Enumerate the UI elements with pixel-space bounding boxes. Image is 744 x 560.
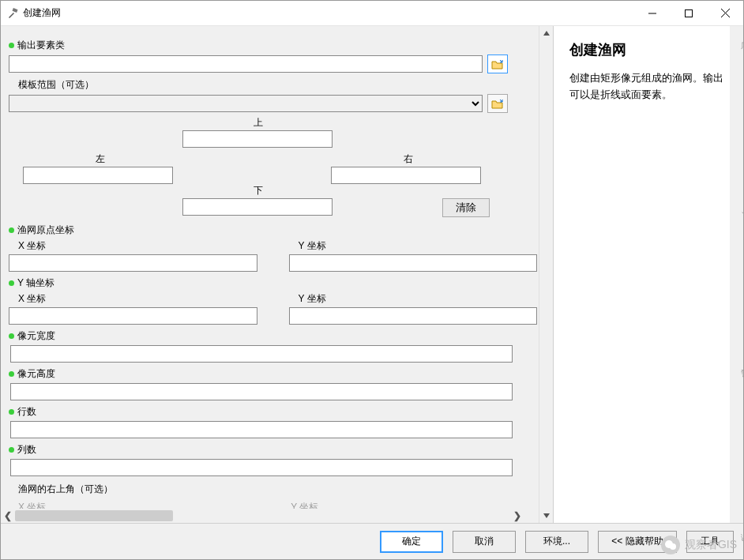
required-bullet-icon: [9, 371, 14, 377]
yaxis-y-input[interactable]: [289, 307, 538, 325]
opp-corner-label: 渔网的右上角（可选）: [18, 483, 537, 496]
output-fc-label: 输出要素类: [9, 39, 537, 52]
origin-y-label: Y 坐标: [299, 239, 538, 253]
template-extent-select[interactable]: [9, 95, 483, 112]
maximize-button[interactable]: [671, 1, 707, 25]
cancel-button[interactable]: 取消: [453, 531, 516, 553]
rows-label: 行数: [9, 405, 537, 419]
extent-left-label: 左: [96, 152, 105, 166]
ok-button[interactable]: 确定: [380, 531, 443, 553]
extent-bottom-input[interactable]: [182, 198, 333, 216]
scroll-up-icon[interactable]: [539, 26, 553, 40]
crop-edge: 库、警谢: [741, 40, 744, 543]
cols-label: 列数: [9, 443, 537, 457]
hide-help-button[interactable]: << 隐藏帮助: [598, 531, 677, 553]
window-title: 创建渔网: [23, 6, 634, 20]
cols-input[interactable]: [10, 459, 513, 476]
scroll-right-icon[interactable]: ❯: [510, 509, 524, 523]
clear-extent-button[interactable]: 清除: [442, 198, 490, 217]
extent-grid: 上 左 右 下 清除: [9, 116, 529, 219]
vertical-scrollbar[interactable]: [539, 26, 553, 523]
folder-open-icon: [491, 98, 504, 109]
extent-top-label: 上: [254, 116, 263, 130]
output-fc-input[interactable]: [9, 55, 483, 73]
hammer-icon: [7, 8, 18, 19]
required-bullet-icon: [9, 43, 14, 48]
button-bar: 确定 取消 环境... << 隐藏帮助 工具: [1, 523, 743, 559]
required-bullet-icon: [9, 227, 14, 233]
yaxis-x-label: X 坐标: [18, 292, 257, 306]
help-title: 创建渔网: [569, 40, 727, 59]
svg-rect-0: [12, 8, 17, 13]
template-extent-label: 模板范围（可选）: [18, 78, 537, 92]
extent-right-label: 右: [404, 152, 413, 166]
origin-label: 渔网原点坐标: [9, 224, 537, 237]
cell-height-input[interactable]: [10, 383, 513, 400]
extent-right-input[interactable]: [331, 167, 481, 184]
scroll-left-icon[interactable]: ❮: [1, 509, 15, 523]
extent-bottom-label: 下: [254, 184, 263, 197]
yaxis-y-label: Y 坐标: [299, 292, 538, 306]
cell-height-label: 像元高度: [9, 367, 537, 381]
environments-button[interactable]: 环境...: [525, 531, 588, 553]
scroll-thumb[interactable]: [15, 510, 173, 521]
help-text: 创建由矩形像元组成的渔网。输出可以是折线或面要素。: [569, 70, 727, 103]
titlebar: 创建渔网: [1, 1, 743, 26]
extent-left-input[interactable]: [23, 167, 173, 184]
cell-width-label: 像元宽度: [9, 329, 537, 343]
required-bullet-icon: [9, 280, 14, 286]
svg-rect-2: [686, 9, 693, 17]
help-pane: 创建渔网 创建由矩形像元组成的渔网。输出可以是折线或面要素。: [554, 26, 743, 523]
origin-x-input[interactable]: [9, 254, 257, 272]
required-bullet-icon: [9, 409, 14, 415]
form-pane: 输出要素类 模板范围（可选）: [1, 26, 554, 523]
window-controls: [634, 1, 743, 25]
dialog-window: 创建渔网 输出要素类: [0, 0, 744, 560]
yaxis-x-input[interactable]: [9, 307, 257, 325]
yaxis-label: Y 轴坐标: [9, 276, 537, 290]
origin-x-label: X 坐标: [18, 239, 257, 253]
origin-y-input[interactable]: [289, 254, 538, 272]
folder-open-icon: [491, 58, 504, 70]
required-bullet-icon: [9, 333, 14, 339]
tool-help-button[interactable]: 工具: [686, 531, 734, 553]
close-button[interactable]: [707, 1, 743, 25]
horizontal-scrollbar[interactable]: ❮ ❯: [1, 509, 524, 523]
scroll-down-icon[interactable]: [539, 509, 553, 523]
rows-input[interactable]: [10, 421, 513, 438]
browse-template-button[interactable]: [487, 94, 508, 113]
required-bullet-icon: [9, 447, 14, 453]
minimize-button[interactable]: [634, 1, 671, 25]
extent-top-input[interactable]: [182, 130, 333, 148]
cell-width-input[interactable]: [10, 345, 513, 363]
browse-output-button[interactable]: [487, 54, 508, 73]
dialog-body: 输出要素类 模板范围（可选）: [1, 26, 743, 523]
